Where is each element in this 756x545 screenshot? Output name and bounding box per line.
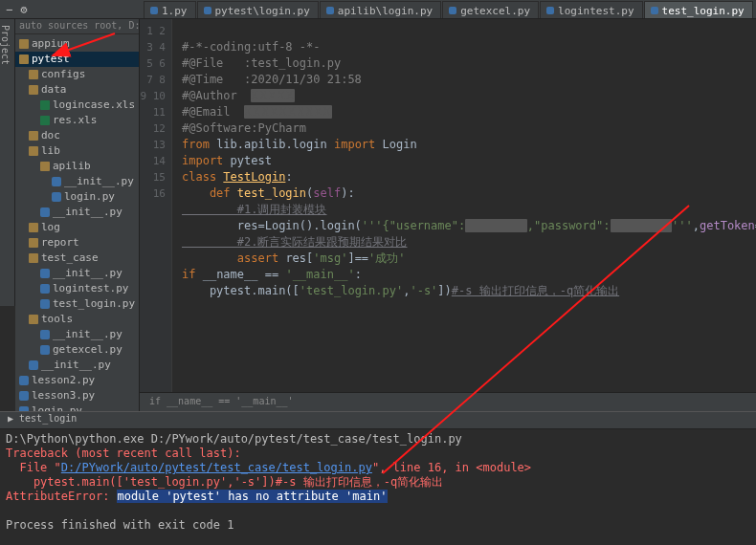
tab-1-py[interactable]: 1.py	[144, 1, 196, 18]
tree-node-pytest[interactable]: pytest	[15, 52, 139, 67]
tab-logintest-py[interactable]: logintest.py	[540, 1, 642, 18]
tab-label: getexcel.py	[460, 5, 530, 17]
tree-node-label: __init__.py	[41, 359, 111, 371]
tree-node-label: pytest	[32, 53, 70, 65]
tree-node-label: __init__.py	[53, 328, 122, 340]
python-file-icon	[40, 207, 50, 217]
tree-node-login-py[interactable]: login.py	[15, 189, 139, 205]
project-panel: auto sources root, D:/PYwork/auto appium…	[15, 19, 140, 411]
folder-icon	[29, 146, 38, 156]
tree-node-label: login.py	[64, 190, 115, 203]
folder-icon	[29, 131, 38, 141]
tree-node-label: report	[41, 236, 79, 249]
tree-node-appium[interactable]: appium	[15, 36, 139, 52]
editor[interactable]: 1 2 3 4 5 6 7 8 9 10 11 12 13 14 15 16 #…	[140, 19, 756, 392]
tree-node-label: apilib	[53, 160, 91, 172]
tree-node-test_case[interactable]: test_case	[15, 251, 139, 266]
python-file-icon	[40, 284, 50, 294]
tree-node-label: __init__.py	[53, 267, 122, 279]
tree-node-label: appium	[32, 37, 70, 50]
folder-icon	[40, 162, 50, 171]
python-file-icon	[29, 360, 38, 370]
tab-label: logintest.py	[558, 5, 634, 17]
run-output[interactable]: D:\Python\python.exe D:/PYwork/auto/pyte…	[0, 429, 756, 535]
tab-label: test_login.py	[662, 5, 745, 17]
folder-icon	[29, 70, 38, 79]
tree-node-doc[interactable]: doc	[15, 128, 139, 143]
tree-node-data[interactable]: data	[15, 82, 139, 98]
python-file-icon	[326, 7, 334, 14]
tree-node-log[interactable]: log	[15, 220, 139, 235]
tree-node-__init__-py[interactable]: __init__.py	[15, 266, 139, 281]
tree-node-apilib[interactable]: apilib	[15, 159, 139, 174]
tree-node-res-xls[interactable]: res.xls	[15, 113, 139, 128]
python-file-icon	[546, 7, 554, 14]
tree-node-report[interactable]: report	[15, 235, 139, 251]
tree-node-label: login.py	[32, 404, 82, 411]
python-file-icon	[651, 7, 658, 14]
excel-file-icon	[40, 100, 50, 110]
run-tool-window: ▶ test_login D:\Python\python.exe D:/PYw…	[0, 411, 756, 545]
tree-node-lib[interactable]: lib	[15, 143, 139, 159]
tab-label: apilib\login.py	[338, 5, 433, 17]
tree-node-label: test_login.py	[53, 297, 135, 310]
python-file-icon	[204, 7, 211, 14]
error-highlight: module 'pytest' has no attribute 'main'	[117, 490, 389, 503]
folder-icon	[29, 315, 38, 324]
folder-icon	[29, 223, 38, 232]
tab-test_login-py[interactable]: test_login.py	[644, 1, 753, 18]
tree-node-label: data	[41, 83, 67, 96]
tree-node-label: __init__.py	[53, 206, 122, 218]
folder-icon	[19, 54, 29, 64]
tree-node-label: configs	[41, 68, 85, 80]
gutter: 1 2 3 4 5 6 7 8 9 10 11 12 13 14 15 16	[140, 19, 172, 392]
tab-pytest-login-py[interactable]: pytest\login.py	[197, 1, 319, 18]
python-file-icon	[19, 391, 29, 401]
python-file-icon	[52, 192, 61, 202]
tree-node-getexcel-py[interactable]: getexcel.py	[15, 342, 139, 358]
tree-node-lesson3-py[interactable]: lesson3.py	[15, 388, 139, 403]
tree-node-label: res.xls	[53, 114, 97, 126]
tree-node-logincase-xls[interactable]: logincase.xls	[15, 98, 139, 113]
python-file-icon	[52, 177, 61, 186]
tree-node-label: lesson3.py	[32, 389, 95, 402]
tree-node-__init__-py[interactable]: __init__.py	[15, 327, 139, 342]
minus-icon[interactable]: −	[6, 3, 12, 16]
tree-node-label: tools	[41, 313, 73, 325]
python-file-icon	[19, 376, 29, 385]
python-file-icon	[40, 345, 50, 355]
editor-tabs: 1.pypytest\login.pyapilib\login.pygetexc…	[140, 0, 756, 19]
tree-node-label: logintest.py	[53, 282, 128, 294]
python-file-icon	[449, 7, 456, 14]
tree-node-test_login-py[interactable]: test_login.py	[15, 296, 139, 312]
tree-node-label: test_case	[41, 251, 99, 264]
run-tab[interactable]: ▶ test_login	[0, 412, 756, 429]
folder-icon	[19, 39, 29, 49]
tree-node-label: doc	[41, 129, 60, 142]
project-tool-window-stripe[interactable]: Project	[0, 19, 15, 306]
tree-node-label: lesson2.py	[32, 374, 95, 386]
python-file-icon	[150, 7, 158, 14]
excel-file-icon	[40, 116, 50, 125]
tree-node-__init__-py[interactable]: __init__.py	[15, 358, 139, 373]
tab-apilib-login-py[interactable]: apilib\login.py	[320, 1, 441, 18]
python-file-icon	[40, 269, 50, 278]
tree-node-label: logincase.xls	[53, 98, 135, 111]
breadcrumb[interactable]: if __name__ == '__main__'	[140, 392, 756, 411]
tree-node-configs[interactable]: configs	[15, 67, 139, 82]
tab-label: pytest\login.py	[215, 5, 310, 17]
tree-node-lesson2-py[interactable]: lesson2.py	[15, 373, 139, 388]
tree-node-logintest-py[interactable]: logintest.py	[15, 281, 139, 296]
tree-node-__init__-py[interactable]: __init__.py	[15, 205, 139, 220]
code-area[interactable]: #-*-coding:utf-8 -*- #@File :test_login.…	[172, 19, 756, 392]
traceback-link[interactable]: D:/PYwork/auto/pytest/test_case/test_log…	[61, 461, 372, 474]
tab-getexcel-py[interactable]: getexcel.py	[442, 1, 539, 18]
folder-icon	[29, 253, 38, 263]
gear-icon[interactable]: ⚙	[20, 3, 27, 16]
tree-node-label: log	[41, 221, 60, 233]
tree-node-login-py[interactable]: login.py	[15, 403, 139, 411]
tree-node-__init__-py[interactable]: __init__.py	[15, 174, 139, 189]
tree-node-label: __init__.py	[64, 175, 134, 187]
tree-node-tools[interactable]: tools	[15, 312, 139, 327]
tree-node-label: lib	[41, 144, 60, 157]
